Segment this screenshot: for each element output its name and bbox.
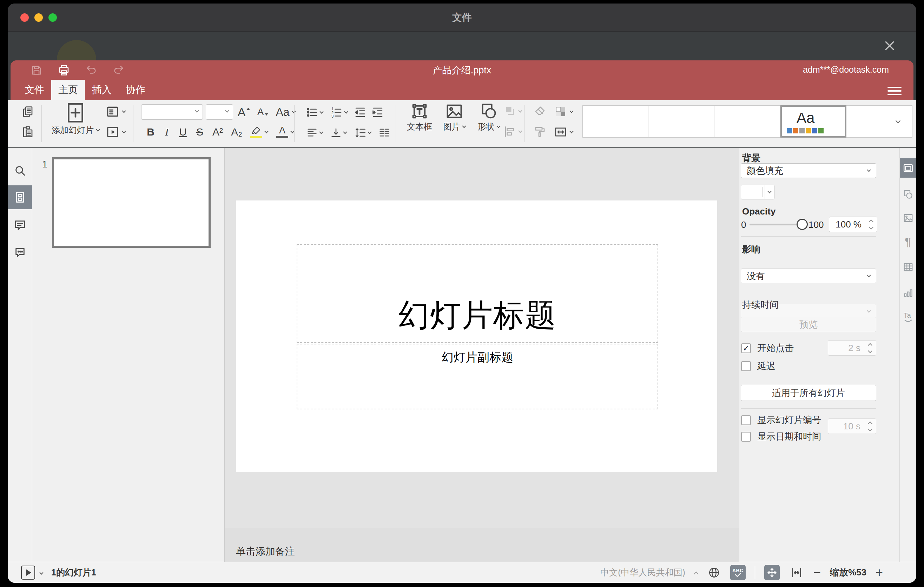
home-toolbar: 添加幻灯片 A A Aa <box>8 100 916 147</box>
close-icon[interactable] <box>881 37 898 54</box>
transition-effect-select[interactable]: 没有 <box>741 269 876 283</box>
text-art-settings-icon[interactable]: Ta <box>900 308 916 327</box>
document-language[interactable]: 中文(中华人民共和国) <box>600 567 685 578</box>
clear-style-button[interactable] <box>534 105 546 118</box>
bullet-list-button[interactable] <box>304 105 325 120</box>
chat-icon[interactable] <box>8 242 32 262</box>
transition-effect-value: 没有 <box>747 270 765 282</box>
show-date-time-checkbox[interactable] <box>741 432 751 442</box>
show-slide-number-checkbox[interactable] <box>741 416 751 425</box>
preview-button[interactable]: 预览 <box>741 317 876 332</box>
tab-insert[interactable]: 插入 <box>85 80 119 100</box>
increase-font-size-button[interactable]: A <box>236 105 252 119</box>
fit-to-slide-icon[interactable] <box>764 565 780 580</box>
slideshow-options-chevron-icon[interactable] <box>39 571 43 574</box>
theme-aa-label: Aa <box>797 110 840 125</box>
duration-spinner[interactable]: 2 s <box>828 340 876 356</box>
strikethrough-button[interactable]: S <box>193 125 206 139</box>
main-area: 1 幻灯片标题 幻灯片副标题 单击添加备注 背景 <box>8 148 916 562</box>
slide-settings-icon[interactable] <box>900 158 916 178</box>
font-color-button[interactable]: A <box>274 125 296 139</box>
document-title: 产品介绍.pptx <box>10 64 914 76</box>
start-slideshow-button[interactable] <box>106 125 125 139</box>
notes-area[interactable]: 单击添加备注 <box>225 528 739 562</box>
insert-shape-button[interactable]: 形状 <box>472 102 505 132</box>
slide-layout-button[interactable] <box>106 105 125 118</box>
columns-button[interactable] <box>377 125 391 140</box>
decrease-indent-button[interactable] <box>353 105 368 120</box>
bold-button[interactable]: B <box>144 125 157 139</box>
zoom-out-button[interactable]: − <box>813 566 821 579</box>
app-header: 产品介绍.pptx adm***@dootask.com 文件 主页 插入 协作 <box>10 60 914 100</box>
subscript-button[interactable]: A₂ <box>229 125 244 139</box>
copy-style-button[interactable] <box>534 125 546 138</box>
paste-icon[interactable] <box>20 125 35 139</box>
font-name-select[interactable] <box>141 104 203 120</box>
table-settings-icon[interactable] <box>900 257 916 277</box>
editor-canvas: 幻灯片标题 幻灯片副标题 单击添加备注 <box>225 148 739 562</box>
font-color-swatch <box>276 136 288 139</box>
font-size-select[interactable] <box>206 104 233 120</box>
subtitle-placeholder[interactable]: 幻灯片副标题 <box>297 344 658 409</box>
theme-option-2[interactable] <box>648 106 714 138</box>
theme-option-3[interactable] <box>714 106 780 138</box>
align-shape-button[interactable] <box>503 125 522 138</box>
opacity-slider-track[interactable] <box>749 224 804 225</box>
increase-indent-button[interactable] <box>370 105 385 120</box>
slides-panel-icon[interactable] <box>8 185 32 209</box>
spellcheck-icon[interactable]: ABC <box>730 565 746 580</box>
opacity-slider-thumb[interactable] <box>797 219 808 230</box>
italic-button[interactable]: I <box>161 125 173 139</box>
background-fill-select[interactable]: 颜色填充 <box>741 163 876 178</box>
set-language-globe-icon[interactable] <box>707 565 721 580</box>
delay-value: 10 s <box>843 421 860 432</box>
menu-icon[interactable] <box>888 87 901 96</box>
insert-image-button[interactable]: 图片 <box>438 102 470 132</box>
search-icon[interactable] <box>8 161 32 180</box>
add-slide-button[interactable]: 添加幻灯片 <box>49 102 102 136</box>
zoom-in-button[interactable]: + <box>876 566 883 579</box>
insert-image-label: 图片 <box>444 121 460 132</box>
change-case-button[interactable]: Aa <box>274 105 297 119</box>
theme-option-1[interactable] <box>582 106 648 138</box>
fill-color-picker[interactable] <box>741 185 774 200</box>
comments-icon[interactable] <box>8 215 32 235</box>
tab-file[interactable]: 文件 <box>18 80 51 100</box>
slide-canvas[interactable]: 幻灯片标题 幻灯片副标题 <box>236 201 717 472</box>
highlight-color-button[interactable] <box>248 125 270 139</box>
preview-button-label: 预览 <box>799 318 818 331</box>
paragraph-settings-icon[interactable]: ¶ <box>900 232 916 251</box>
copy-icon[interactable] <box>20 104 35 119</box>
arrange-shape-button[interactable] <box>503 105 522 118</box>
duration-label: 持续时间 <box>742 299 779 311</box>
superscript-button[interactable]: A² <box>210 125 225 139</box>
vertical-align-button[interactable] <box>328 125 348 140</box>
slide-title-text: 幻灯片标题 <box>398 295 556 336</box>
horizontal-align-button[interactable] <box>304 125 325 140</box>
decrease-font-size-button[interactable]: A <box>255 105 271 119</box>
color-scheme-button[interactable] <box>554 105 573 118</box>
chart-settings-icon[interactable] <box>900 283 916 302</box>
fit-to-width-icon[interactable] <box>789 565 804 580</box>
delay-checkbox[interactable] <box>741 361 751 371</box>
slide-size-button[interactable] <box>554 125 573 139</box>
theme-option-selected[interactable]: Aa <box>780 106 846 138</box>
theme-gallery-expand-button[interactable] <box>890 106 906 138</box>
text-box-button[interactable]: 文本框 <box>404 102 435 132</box>
tab-home[interactable]: 主页 <box>51 80 85 100</box>
line-spacing-button[interactable] <box>351 125 374 140</box>
delay-spinner[interactable]: 10 s <box>828 419 876 434</box>
apply-to-all-slides-button[interactable]: 适用于所有幻灯片 <box>741 385 876 401</box>
image-settings-icon[interactable] <box>900 208 916 228</box>
numbered-list-button[interactable]: 123 <box>328 105 350 120</box>
tab-collaboration[interactable]: 协作 <box>119 80 152 100</box>
title-placeholder[interactable]: 幻灯片标题 <box>297 244 658 343</box>
opacity-spinner[interactable]: 100 % <box>829 217 877 232</box>
slide-thumbnail[interactable] <box>52 157 211 248</box>
underline-button[interactable]: U <box>176 125 190 139</box>
shape-settings-icon[interactable] <box>900 185 916 204</box>
slide-thumbnail-number: 1 <box>42 159 48 170</box>
start-slideshow-status-button[interactable] <box>21 566 35 580</box>
status-bar: 1的幻灯片1 中文(中华人民共和国) ABC <box>8 562 916 583</box>
start-on-click-checkbox[interactable]: ✓ <box>741 343 751 353</box>
